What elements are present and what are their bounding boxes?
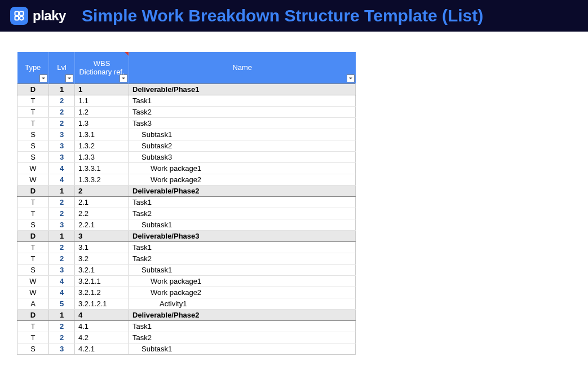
cell-type[interactable]: S [17,151,49,162]
cell-name[interactable]: Task1 [129,320,356,332]
cell-wbs[interactable]: 4 [75,309,129,320]
cell-name[interactable]: Deliverable/Phase1 [129,83,356,95]
cell-type[interactable]: D [17,309,49,320]
cell-type[interactable]: W [17,275,49,287]
cell-name[interactable]: Task2 [129,253,356,264]
cell-wbs[interactable]: 2.1 [75,196,129,208]
cell-name[interactable]: Subtask3 [129,151,356,162]
cell-wbs[interactable]: 3 [75,230,129,241]
cell-wbs[interactable]: 4.2 [75,332,129,343]
cell-wbs[interactable]: 1.3.1 [75,129,129,140]
cell-lvl[interactable]: 1 [49,309,75,320]
cell-lvl[interactable]: 2 [49,196,75,208]
cell-wbs[interactable]: 1.1 [75,95,129,106]
cell-lvl[interactable]: 2 [49,253,75,264]
cell-type[interactable]: T [17,208,49,219]
cell-wbs[interactable]: 1.3.3 [75,151,129,162]
cell-lvl[interactable]: 3 [49,140,75,151]
cell-lvl[interactable]: 3 [49,129,75,140]
cell-lvl[interactable]: 2 [49,208,75,219]
cell-wbs[interactable]: 3.2.1.2 [75,287,129,298]
cell-type[interactable]: T [17,95,49,106]
cell-lvl[interactable]: 2 [49,332,75,343]
cell-lvl[interactable]: 3 [49,343,75,354]
cell-name[interactable]: Deliverable/Phase2 [129,309,356,320]
cell-lvl[interactable]: 1 [49,83,75,95]
cell-lvl[interactable]: 1 [49,230,75,241]
filter-type-button[interactable] [39,74,47,82]
cell-type[interactable]: T [17,241,49,253]
cell-lvl[interactable]: 4 [49,287,75,298]
cell-type[interactable]: S [17,343,49,354]
cell-name[interactable]: Subtask1 [129,219,356,230]
cell-name[interactable]: Activity1 [129,298,356,309]
cell-lvl[interactable]: 3 [49,151,75,162]
filter-wbs-button[interactable] [120,74,127,82]
cell-lvl[interactable]: 2 [49,95,75,106]
cell-name[interactable]: Task2 [129,208,356,219]
cell-wbs[interactable]: 1.3.3.2 [75,174,129,185]
cell-wbs[interactable]: 3.2.1 [75,264,129,275]
cell-name[interactable]: Work package1 [129,275,356,287]
cell-type[interactable]: A [17,298,49,309]
cell-type[interactable]: S [17,129,49,140]
cell-type[interactable]: T [17,106,49,117]
cell-wbs[interactable]: 1.3 [75,117,129,129]
cell-name[interactable]: Subtask2 [129,140,356,151]
cell-name[interactable]: Subtask1 [129,129,356,140]
cell-type[interactable]: T [17,332,49,343]
cell-type[interactable]: T [17,117,49,129]
cell-name[interactable]: Deliverable/Phase3 [129,230,356,241]
cell-wbs[interactable]: 3.2.1.1 [75,275,129,287]
cell-name[interactable]: Task1 [129,196,356,208]
cell-note-icon[interactable] [125,52,129,56]
cell-wbs[interactable]: 4.1 [75,320,129,332]
cell-lvl[interactable]: 2 [49,117,75,129]
cell-wbs[interactable]: 3.2 [75,253,129,264]
cell-wbs[interactable]: 1.2 [75,106,129,117]
cell-name[interactable]: Work package2 [129,174,356,185]
cell-lvl[interactable]: 3 [49,219,75,230]
cell-type[interactable]: W [17,162,49,174]
cell-type[interactable]: T [17,320,49,332]
filter-lvl-button[interactable] [65,74,73,82]
cell-wbs[interactable]: 1.3.3.1 [75,162,129,174]
cell-type[interactable]: S [17,264,49,275]
cell-wbs[interactable]: 4.2.1 [75,343,129,354]
filter-name-button[interactable] [347,74,355,82]
cell-name[interactable]: Work package2 [129,287,356,298]
cell-lvl[interactable]: 4 [49,275,75,287]
cell-type[interactable]: W [17,174,49,185]
cell-type[interactable]: S [17,140,49,151]
cell-type[interactable]: D [17,230,49,241]
cell-lvl[interactable]: 3 [49,264,75,275]
cell-name[interactable]: Work package1 [129,162,356,174]
cell-name[interactable]: Task3 [129,117,356,129]
cell-type[interactable]: D [17,83,49,95]
cell-name[interactable]: Task2 [129,106,356,117]
cell-wbs[interactable]: 2.2 [75,208,129,219]
cell-lvl[interactable]: 4 [49,174,75,185]
cell-lvl[interactable]: 4 [49,162,75,174]
cell-wbs[interactable]: 1.3.2 [75,140,129,151]
cell-type[interactable]: D [17,185,49,196]
cell-wbs[interactable]: 2.2.1 [75,219,129,230]
cell-type[interactable]: T [17,253,49,264]
cell-lvl[interactable]: 1 [49,185,75,196]
cell-wbs[interactable]: 3.1 [75,241,129,253]
cell-name[interactable]: Subtask1 [129,264,356,275]
cell-name[interactable]: Deliverable/Phase2 [129,185,356,196]
cell-lvl[interactable]: 2 [49,106,75,117]
cell-type[interactable]: S [17,219,49,230]
cell-lvl[interactable]: 2 [49,241,75,253]
cell-wbs[interactable]: 2 [75,185,129,196]
cell-name[interactable]: Task2 [129,332,356,343]
cell-name[interactable]: Subtask1 [129,343,356,354]
cell-lvl[interactable]: 2 [49,320,75,332]
cell-name[interactable]: Task1 [129,95,356,106]
cell-wbs[interactable]: 1 [75,83,129,95]
cell-type[interactable]: W [17,287,49,298]
cell-name[interactable]: Task1 [129,241,356,253]
cell-wbs[interactable]: 3.2.1.2.1 [75,298,129,309]
cell-type[interactable]: T [17,196,49,208]
